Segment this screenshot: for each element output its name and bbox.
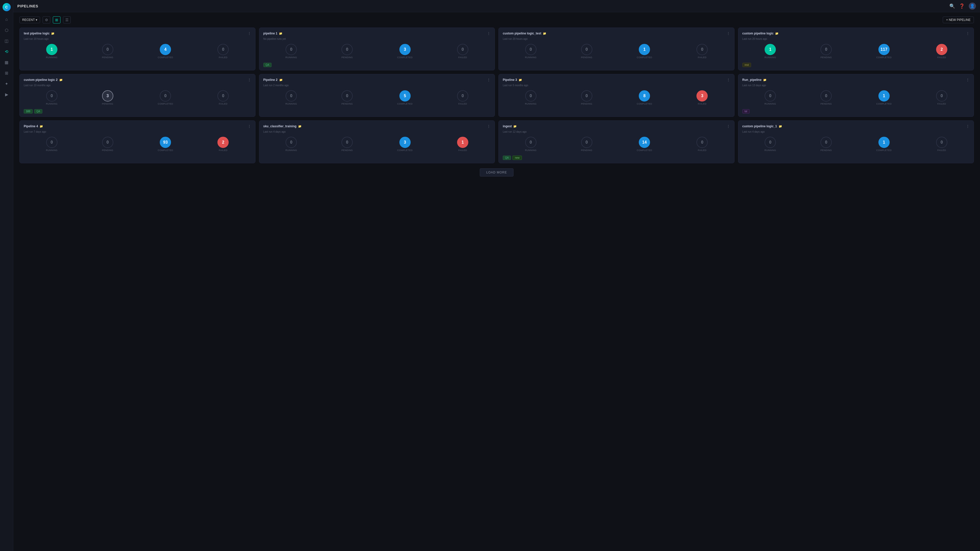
- list-view-button[interactable]: ☰: [63, 16, 71, 24]
- stat-failed: 0 FAILED: [218, 44, 229, 59]
- recent-filter-button[interactable]: RECENT ▾: [19, 17, 40, 23]
- card-menu-button[interactable]: ⋮: [727, 78, 730, 82]
- pipeline-card-p1[interactable]: test pipeline logic 📁 ⋮ Last run 19 hour…: [19, 27, 256, 70]
- folder-icon: 📁: [59, 78, 63, 82]
- pipeline-card-p12[interactable]: custom pipeline logic_1 📁 ⋮ Last run 4 d…: [738, 121, 974, 163]
- content-toolbar: RECENT ▾ ⚙ ⊞ ☰ + NEW PIPELINE: [19, 16, 974, 24]
- layers-icon[interactable]: ◫: [2, 36, 11, 45]
- card-menu-button[interactable]: ⋮: [966, 124, 969, 128]
- stat-pending: 0 PENDING: [102, 44, 113, 59]
- settings-icon[interactable]: ✦: [2, 79, 11, 88]
- pending-label: PENDING: [821, 56, 832, 59]
- failed-label: FAILED: [458, 56, 467, 59]
- card-last-run: Last run 4 days ago: [742, 130, 970, 133]
- running-circle: 1: [46, 44, 57, 55]
- pending-label: PENDING: [102, 103, 113, 105]
- card-last-run: Last run 4 days ago: [263, 130, 491, 133]
- pipeline-card-p2[interactable]: pipeline 1 📁 ⋮ No pipeline runs yet 0 RU…: [259, 27, 495, 70]
- pipeline-card-p4[interactable]: custom pipeline logic 📁 ⋮ Last run 20 ho…: [738, 27, 974, 70]
- completed-label: COMPLETED: [876, 56, 892, 59]
- card-menu-button[interactable]: ⋮: [248, 78, 251, 82]
- stat-failed: 3 FAILED: [697, 90, 708, 105]
- home-icon[interactable]: ⌂: [2, 15, 11, 24]
- running-label: RUNNING: [285, 103, 297, 105]
- card-header: test pipeline logic 📁 ⋮: [24, 32, 251, 35]
- card-menu-button[interactable]: ⋮: [487, 78, 490, 82]
- pending-label: PENDING: [581, 149, 592, 151]
- tag-QA: QA: [34, 109, 42, 114]
- app-logo[interactable]: C: [3, 3, 11, 11]
- failed-circle: 0: [697, 44, 708, 55]
- completed-circle: 93: [160, 137, 171, 148]
- stat-pending: 3 PENDING: [102, 90, 113, 105]
- card-menu-button[interactable]: ⋮: [966, 32, 969, 35]
- pipeline-card-p11[interactable]: ingest 📁 ⋮ Last run 12 days ago 0 RUNNIN…: [498, 121, 735, 163]
- help-icon[interactable]: ❓: [959, 3, 965, 9]
- grid-view-button[interactable]: ⊞: [53, 16, 60, 24]
- card-stats: 1 RUNNING 0 PENDING 4 COMPLETED 0 FAILED: [24, 42, 251, 60]
- deploy-icon[interactable]: ▶: [2, 90, 11, 99]
- card-menu-button[interactable]: ⋮: [487, 124, 490, 128]
- pipeline-card-p7[interactable]: Pipeline 3 📁 ⋮ Last run 5 months ago 0 R…: [498, 74, 735, 117]
- pipeline-card-p9[interactable]: Pipeline 4 📁 ⋮ Last run 7 days ago 0 RUN…: [19, 121, 256, 163]
- stat-completed: 8 COMPLETED: [637, 90, 652, 105]
- running-circle: 1: [765, 44, 776, 55]
- stat-running: 0 RUNNING: [525, 137, 537, 151]
- pipeline-nav-icon[interactable]: ⟲: [2, 47, 11, 56]
- failed-label: FAILED: [937, 103, 946, 105]
- running-label: RUNNING: [764, 149, 776, 151]
- content-area: RECENT ▾ ⚙ ⊞ ☰ + NEW PIPELINE test pipel…: [13, 12, 980, 551]
- table-icon[interactable]: ⊞: [2, 68, 11, 78]
- failed-circle: 0: [697, 137, 708, 148]
- network-icon[interactable]: ⬡: [2, 25, 11, 35]
- card-menu-button[interactable]: ⋮: [487, 32, 490, 35]
- chart-icon[interactable]: ▦: [2, 58, 11, 67]
- pipeline-card-p3[interactable]: custom pipeline logic_test 📁 ⋮ Last run …: [498, 27, 735, 70]
- load-more-button[interactable]: LOAD MORE: [480, 168, 513, 176]
- card-title-row: Pipeline 2 📁: [263, 78, 283, 82]
- pipeline-card-p6[interactable]: Pipeline 2 📁 ⋮ Last run 2 months ago 0 R…: [259, 74, 495, 117]
- stat-running: 1 RUNNING: [46, 44, 58, 59]
- failed-label: FAILED: [698, 56, 706, 59]
- running-label: RUNNING: [525, 56, 537, 59]
- user-avatar[interactable]: 👤: [969, 3, 976, 10]
- filter-icon-button[interactable]: ⚙: [43, 16, 50, 24]
- search-icon[interactable]: 🔍: [950, 3, 955, 9]
- running-label: RUNNING: [525, 103, 537, 105]
- pending-label: PENDING: [342, 56, 353, 59]
- pipeline-card-p10[interactable]: sku_classifier_training 📁 ⋮ Last run 4 d…: [259, 121, 495, 163]
- failed-circle: 0: [936, 90, 947, 102]
- card-menu-button[interactable]: ⋮: [727, 124, 730, 128]
- card-last-run: Last run 19 hours ago: [24, 38, 251, 40]
- card-title: custom pipeline logic 2: [24, 78, 58, 82]
- failed-label: FAILED: [458, 103, 467, 105]
- pending-label: PENDING: [821, 149, 832, 151]
- card-header: ingest 📁 ⋮: [503, 124, 730, 128]
- pipeline-card-p5[interactable]: custom pipeline logic 2 📁 ⋮ Last run 10 …: [19, 74, 256, 117]
- stat-running: 0 RUNNING: [285, 137, 297, 151]
- failed-label: FAILED: [937, 149, 946, 151]
- new-pipeline-button[interactable]: + NEW PIPELINE: [943, 17, 974, 23]
- card-menu-button[interactable]: ⋮: [248, 32, 251, 35]
- running-circle: 0: [765, 137, 776, 148]
- card-title: pipeline 1: [263, 32, 277, 35]
- pending-label: PENDING: [821, 103, 832, 105]
- card-header: pipeline 1 📁 ⋮: [263, 32, 491, 35]
- stat-failed: 2 FAILED: [218, 137, 229, 151]
- completed-circle: 117: [878, 44, 890, 55]
- card-last-run: Last run 5 months ago: [503, 84, 730, 87]
- card-menu-button[interactable]: ⋮: [966, 78, 969, 82]
- stat-pending: 0 PENDING: [342, 90, 353, 105]
- card-stats: 0 RUNNING 0 PENDING 3 COMPLETED 0 FAILED: [263, 42, 491, 60]
- card-title-row: custom pipeline logic 📁: [742, 32, 779, 35]
- card-title: Pipeline 2: [263, 78, 278, 82]
- completed-circle: 14: [639, 137, 650, 148]
- card-menu-button[interactable]: ⋮: [727, 32, 730, 35]
- completed-circle: 3: [399, 44, 410, 55]
- card-menu-button[interactable]: ⋮: [248, 124, 251, 128]
- failed-circle: 3: [697, 90, 708, 102]
- failed-circle: 1: [457, 137, 468, 148]
- card-last-run: Last run 2 months ago: [263, 84, 491, 87]
- pipeline-card-p8[interactable]: Run_pipeline 📁 ⋮ Last run 13 days ago 0 …: [738, 74, 974, 117]
- failed-label: FAILED: [219, 149, 228, 151]
